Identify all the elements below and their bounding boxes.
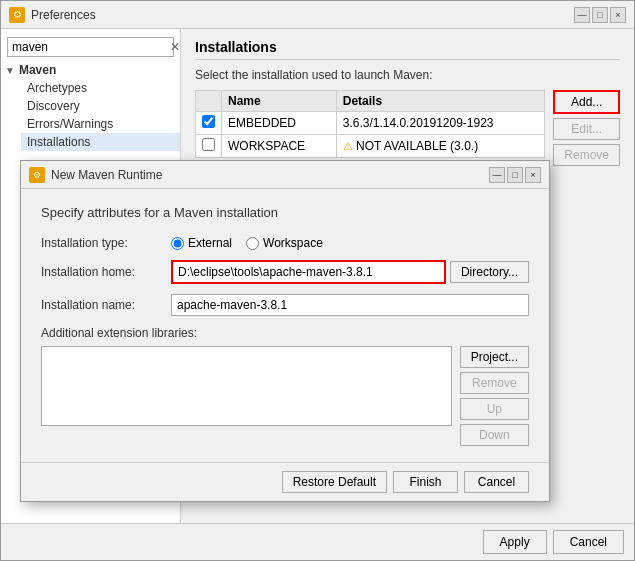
installation-name-group [171, 294, 529, 316]
installation-home-input[interactable] [171, 260, 446, 284]
close-button[interactable]: × [610, 7, 626, 23]
preferences-title: Preferences [31, 8, 96, 22]
up-button[interactable]: Up [460, 398, 529, 420]
installation-home-row: Installation home: Directory... [41, 260, 529, 284]
installations-table-wrapper: Name Details EMBEDDED 3.6.3/1.14.0.20191… [195, 90, 545, 166]
row-checkbox-workspace[interactable] [196, 135, 222, 158]
sidebar-item-discovery[interactable]: Discovery [21, 97, 180, 115]
table-row[interactable]: EMBEDDED 3.6.3/1.14.0.20191209-1923 [196, 112, 545, 135]
radio-workspace-label[interactable]: Workspace [246, 236, 323, 250]
ext-lib-list[interactable] [41, 346, 452, 426]
installation-action-buttons: Add... Edit... Remove [553, 90, 620, 166]
cancel-preferences-button[interactable]: Cancel [553, 530, 624, 554]
dialog-body: Specify attributes for a Maven installat… [21, 189, 549, 462]
tree-arrow-icon: ▼ [5, 65, 15, 76]
edit-button[interactable]: Edit... [553, 118, 620, 140]
search-clear-button[interactable]: ✕ [166, 40, 181, 54]
ext-remove-button[interactable]: Remove [460, 372, 529, 394]
dialog-subtitle: Specify attributes for a Maven installat… [41, 205, 529, 220]
dialog-bottom: Restore Default Finish Cancel [21, 462, 549, 501]
dialog-controls: — □ × [489, 167, 541, 183]
preferences-icon: ⚙ [9, 7, 25, 23]
new-maven-runtime-dialog: ⚙ New Maven Runtime — □ × Specify attrib… [20, 160, 550, 502]
installation-name-input[interactable] [171, 294, 529, 316]
radio-workspace[interactable] [246, 237, 259, 250]
sidebar-item-maven[interactable]: ▼ Maven [1, 61, 180, 79]
sidebar-item-installations[interactable]: Installations [21, 133, 180, 151]
apply-button[interactable]: Apply [483, 530, 547, 554]
installation-type-label: Installation type: [41, 236, 171, 250]
directory-button[interactable]: Directory... [450, 261, 529, 283]
row-name-workspace: WORKSPACE [222, 135, 337, 158]
down-button[interactable]: Down [460, 424, 529, 446]
restore-default-button[interactable]: Restore Default [282, 471, 387, 493]
dialog-minimize-button[interactable]: — [489, 167, 505, 183]
installations-table: Name Details EMBEDDED 3.6.3/1.14.0.20191… [195, 90, 545, 158]
installation-type-row: Installation type: External Workspace [41, 236, 529, 250]
installation-home-label: Installation home: [41, 265, 171, 279]
radio-external-label[interactable]: External [171, 236, 232, 250]
radio-external[interactable] [171, 237, 184, 250]
row-checkbox-embedded[interactable] [196, 112, 222, 135]
installation-type-radios: External Workspace [171, 236, 323, 250]
add-button[interactable]: Add... [553, 90, 620, 114]
row-name-embedded: EMBEDDED [222, 112, 337, 135]
project-button[interactable]: Project... [460, 346, 529, 368]
ext-lib-label: Additional extension libraries: [41, 326, 529, 340]
installation-name-row: Installation name: [41, 294, 529, 316]
tree-children: Archetypes Discovery Errors/Warnings Ins… [1, 79, 180, 151]
col-checkbox [196, 91, 222, 112]
warning-icon: ⚠ [343, 140, 353, 152]
installation-name-label: Installation name: [41, 298, 171, 312]
section-title: Installations [195, 39, 620, 60]
preferences-bottom: Apply Cancel [1, 523, 634, 560]
cancel-dialog-button[interactable]: Cancel [464, 471, 529, 493]
finish-button[interactable]: Finish [393, 471, 458, 493]
col-name: Name [222, 91, 337, 112]
col-details: Details [336, 91, 545, 112]
installation-home-group: Directory... [171, 260, 529, 284]
maven-label: Maven [19, 63, 56, 77]
window-controls: — □ × [574, 7, 626, 23]
section-description: Select the installation used to launch M… [195, 68, 620, 82]
remove-button[interactable]: Remove [553, 144, 620, 166]
sidebar-item-errors-warnings[interactable]: Errors/Warnings [21, 115, 180, 133]
radio-external-text: External [188, 236, 232, 250]
preferences-titlebar: ⚙ Preferences — □ × [1, 1, 634, 29]
search-box: ✕ [7, 37, 174, 57]
ext-lib-buttons: Project... Remove Up Down [460, 346, 529, 446]
table-area: Name Details EMBEDDED 3.6.3/1.14.0.20191… [195, 90, 620, 166]
dialog-close-button[interactable]: × [525, 167, 541, 183]
row-detail-workspace: ⚠ NOT AVAILABLE (3.0.) [336, 135, 545, 158]
ext-lib-area: Project... Remove Up Down [41, 346, 529, 446]
dialog-icon: ⚙ [29, 167, 45, 183]
table-row[interactable]: WORKSPACE ⚠ NOT AVAILABLE (3.0.) [196, 135, 545, 158]
radio-workspace-text: Workspace [263, 236, 323, 250]
dialog-maximize-button[interactable]: □ [507, 167, 523, 183]
dialog-titlebar: ⚙ New Maven Runtime — □ × [21, 161, 549, 189]
row-detail-workspace-text: NOT AVAILABLE (3.0.) [356, 139, 478, 153]
maximize-button[interactable]: □ [592, 7, 608, 23]
search-input[interactable] [8, 38, 166, 56]
dialog-title: New Maven Runtime [51, 168, 162, 182]
row-detail-embedded: 3.6.3/1.14.0.20191209-1923 [336, 112, 545, 135]
minimize-button[interactable]: — [574, 7, 590, 23]
sidebar-item-archetypes[interactable]: Archetypes [21, 79, 180, 97]
